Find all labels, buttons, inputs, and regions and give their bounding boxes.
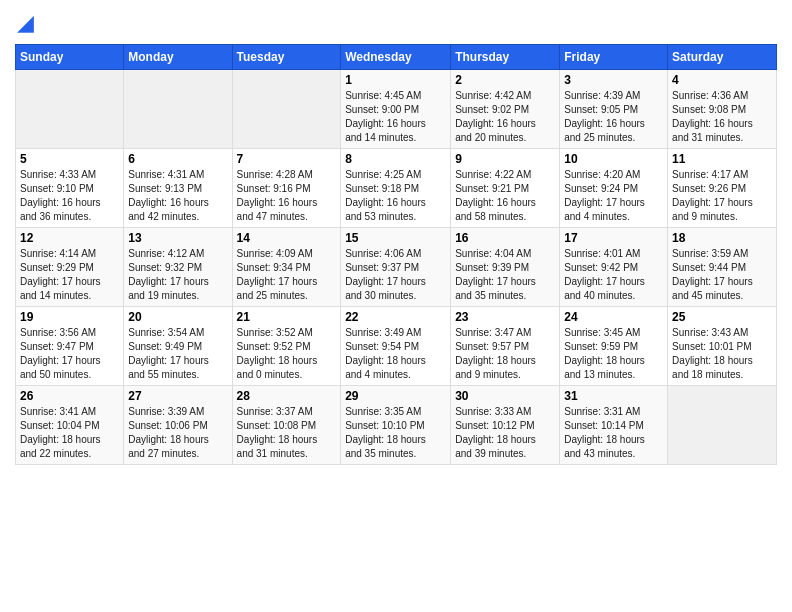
day-info: Sunrise: 4:20 AM Sunset: 9:24 PM Dayligh… xyxy=(564,168,663,224)
day-number: 31 xyxy=(564,389,663,403)
calendar-cell: 25Sunrise: 3:43 AM Sunset: 10:01 PM Dayl… xyxy=(668,307,777,386)
day-info: Sunrise: 4:06 AM Sunset: 9:37 PM Dayligh… xyxy=(345,247,446,303)
calendar-cell: 20Sunrise: 3:54 AM Sunset: 9:49 PM Dayli… xyxy=(124,307,232,386)
day-number: 12 xyxy=(20,231,119,245)
day-number: 29 xyxy=(345,389,446,403)
day-info: Sunrise: 3:54 AM Sunset: 9:49 PM Dayligh… xyxy=(128,326,227,382)
day-info: Sunrise: 3:47 AM Sunset: 9:57 PM Dayligh… xyxy=(455,326,555,382)
day-info: Sunrise: 4:42 AM Sunset: 9:02 PM Dayligh… xyxy=(455,89,555,145)
day-number: 13 xyxy=(128,231,227,245)
day-header-saturday: Saturday xyxy=(668,45,777,70)
day-number: 25 xyxy=(672,310,772,324)
calendar-week-3: 12Sunrise: 4:14 AM Sunset: 9:29 PM Dayli… xyxy=(16,228,777,307)
day-number: 6 xyxy=(128,152,227,166)
calendar-cell: 31Sunrise: 3:31 AM Sunset: 10:14 PM Dayl… xyxy=(560,386,668,465)
day-number: 2 xyxy=(455,73,555,87)
calendar-cell: 2Sunrise: 4:42 AM Sunset: 9:02 PM Daylig… xyxy=(451,70,560,149)
day-info: Sunrise: 3:33 AM Sunset: 10:12 PM Daylig… xyxy=(455,405,555,461)
day-info: Sunrise: 3:49 AM Sunset: 9:54 PM Dayligh… xyxy=(345,326,446,382)
calendar-cell: 1Sunrise: 4:45 AM Sunset: 9:00 PM Daylig… xyxy=(341,70,451,149)
calendar-body: 1Sunrise: 4:45 AM Sunset: 9:00 PM Daylig… xyxy=(16,70,777,465)
day-info: Sunrise: 3:31 AM Sunset: 10:14 PM Daylig… xyxy=(564,405,663,461)
calendar-cell: 16Sunrise: 4:04 AM Sunset: 9:39 PM Dayli… xyxy=(451,228,560,307)
day-number: 15 xyxy=(345,231,446,245)
calendar-cell: 29Sunrise: 3:35 AM Sunset: 10:10 PM Dayl… xyxy=(341,386,451,465)
day-number: 16 xyxy=(455,231,555,245)
calendar-week-2: 5Sunrise: 4:33 AM Sunset: 9:10 PM Daylig… xyxy=(16,149,777,228)
day-header-wednesday: Wednesday xyxy=(341,45,451,70)
calendar-cell: 24Sunrise: 3:45 AM Sunset: 9:59 PM Dayli… xyxy=(560,307,668,386)
day-header-tuesday: Tuesday xyxy=(232,45,341,70)
day-info: Sunrise: 3:56 AM Sunset: 9:47 PM Dayligh… xyxy=(20,326,119,382)
calendar-cell: 13Sunrise: 4:12 AM Sunset: 9:32 PM Dayli… xyxy=(124,228,232,307)
calendar-cell: 8Sunrise: 4:25 AM Sunset: 9:18 PM Daylig… xyxy=(341,149,451,228)
day-info: Sunrise: 3:52 AM Sunset: 9:52 PM Dayligh… xyxy=(237,326,337,382)
calendar-week-4: 19Sunrise: 3:56 AM Sunset: 9:47 PM Dayli… xyxy=(16,307,777,386)
day-header-monday: Monday xyxy=(124,45,232,70)
calendar-cell: 4Sunrise: 4:36 AM Sunset: 9:08 PM Daylig… xyxy=(668,70,777,149)
day-number: 24 xyxy=(564,310,663,324)
calendar-cell xyxy=(668,386,777,465)
calendar-cell: 12Sunrise: 4:14 AM Sunset: 9:29 PM Dayli… xyxy=(16,228,124,307)
calendar-cell: 9Sunrise: 4:22 AM Sunset: 9:21 PM Daylig… xyxy=(451,149,560,228)
day-number: 27 xyxy=(128,389,227,403)
day-info: Sunrise: 3:39 AM Sunset: 10:06 PM Daylig… xyxy=(128,405,227,461)
header: ◢ xyxy=(15,10,777,36)
day-number: 10 xyxy=(564,152,663,166)
day-number: 19 xyxy=(20,310,119,324)
day-number: 11 xyxy=(672,152,772,166)
day-number: 7 xyxy=(237,152,337,166)
calendar-cell: 7Sunrise: 4:28 AM Sunset: 9:16 PM Daylig… xyxy=(232,149,341,228)
day-number: 20 xyxy=(128,310,227,324)
day-number: 14 xyxy=(237,231,337,245)
day-info: Sunrise: 3:43 AM Sunset: 10:01 PM Daylig… xyxy=(672,326,772,382)
calendar-week-1: 1Sunrise: 4:45 AM Sunset: 9:00 PM Daylig… xyxy=(16,70,777,149)
calendar-cell: 23Sunrise: 3:47 AM Sunset: 9:57 PM Dayli… xyxy=(451,307,560,386)
day-number: 17 xyxy=(564,231,663,245)
day-info: Sunrise: 4:01 AM Sunset: 9:42 PM Dayligh… xyxy=(564,247,663,303)
day-header-friday: Friday xyxy=(560,45,668,70)
day-number: 22 xyxy=(345,310,446,324)
day-info: Sunrise: 4:31 AM Sunset: 9:13 PM Dayligh… xyxy=(128,168,227,224)
day-number: 26 xyxy=(20,389,119,403)
day-number: 1 xyxy=(345,73,446,87)
calendar-cell xyxy=(124,70,232,149)
day-number: 4 xyxy=(672,73,772,87)
calendar-cell: 26Sunrise: 3:41 AM Sunset: 10:04 PM Dayl… xyxy=(16,386,124,465)
calendar-cell: 11Sunrise: 4:17 AM Sunset: 9:26 PM Dayli… xyxy=(668,149,777,228)
day-number: 9 xyxy=(455,152,555,166)
day-info: Sunrise: 4:12 AM Sunset: 9:32 PM Dayligh… xyxy=(128,247,227,303)
day-info: Sunrise: 4:28 AM Sunset: 9:16 PM Dayligh… xyxy=(237,168,337,224)
calendar-cell: 10Sunrise: 4:20 AM Sunset: 9:24 PM Dayli… xyxy=(560,149,668,228)
calendar-cell: 3Sunrise: 4:39 AM Sunset: 9:05 PM Daylig… xyxy=(560,70,668,149)
day-number: 3 xyxy=(564,73,663,87)
calendar-cell: 5Sunrise: 4:33 AM Sunset: 9:10 PM Daylig… xyxy=(16,149,124,228)
day-info: Sunrise: 4:36 AM Sunset: 9:08 PM Dayligh… xyxy=(672,89,772,145)
day-number: 5 xyxy=(20,152,119,166)
day-info: Sunrise: 3:59 AM Sunset: 9:44 PM Dayligh… xyxy=(672,247,772,303)
day-info: Sunrise: 4:04 AM Sunset: 9:39 PM Dayligh… xyxy=(455,247,555,303)
day-number: 30 xyxy=(455,389,555,403)
calendar-cell: 19Sunrise: 3:56 AM Sunset: 9:47 PM Dayli… xyxy=(16,307,124,386)
logo-bird-icon: ◢ xyxy=(17,10,34,36)
calendar-cell: 28Sunrise: 3:37 AM Sunset: 10:08 PM Dayl… xyxy=(232,386,341,465)
day-number: 8 xyxy=(345,152,446,166)
day-info: Sunrise: 3:45 AM Sunset: 9:59 PM Dayligh… xyxy=(564,326,663,382)
day-info: Sunrise: 4:33 AM Sunset: 9:10 PM Dayligh… xyxy=(20,168,119,224)
day-info: Sunrise: 4:39 AM Sunset: 9:05 PM Dayligh… xyxy=(564,89,663,145)
day-info: Sunrise: 3:37 AM Sunset: 10:08 PM Daylig… xyxy=(237,405,337,461)
page: ◢ SundayMondayTuesdayWednesdayThursdayFr… xyxy=(0,0,792,612)
day-number: 18 xyxy=(672,231,772,245)
calendar-cell: 30Sunrise: 3:33 AM Sunset: 10:12 PM Dayl… xyxy=(451,386,560,465)
calendar-cell: 14Sunrise: 4:09 AM Sunset: 9:34 PM Dayli… xyxy=(232,228,341,307)
day-info: Sunrise: 4:14 AM Sunset: 9:29 PM Dayligh… xyxy=(20,247,119,303)
logo: ◢ xyxy=(15,10,34,36)
day-info: Sunrise: 4:09 AM Sunset: 9:34 PM Dayligh… xyxy=(237,247,337,303)
calendar-cell xyxy=(232,70,341,149)
calendar-cell: 6Sunrise: 4:31 AM Sunset: 9:13 PM Daylig… xyxy=(124,149,232,228)
calendar-cell: 21Sunrise: 3:52 AM Sunset: 9:52 PM Dayli… xyxy=(232,307,341,386)
calendar-cell: 17Sunrise: 4:01 AM Sunset: 9:42 PM Dayli… xyxy=(560,228,668,307)
calendar-cell: 22Sunrise: 3:49 AM Sunset: 9:54 PM Dayli… xyxy=(341,307,451,386)
calendar-table: SundayMondayTuesdayWednesdayThursdayFrid… xyxy=(15,44,777,465)
day-info: Sunrise: 4:22 AM Sunset: 9:21 PM Dayligh… xyxy=(455,168,555,224)
